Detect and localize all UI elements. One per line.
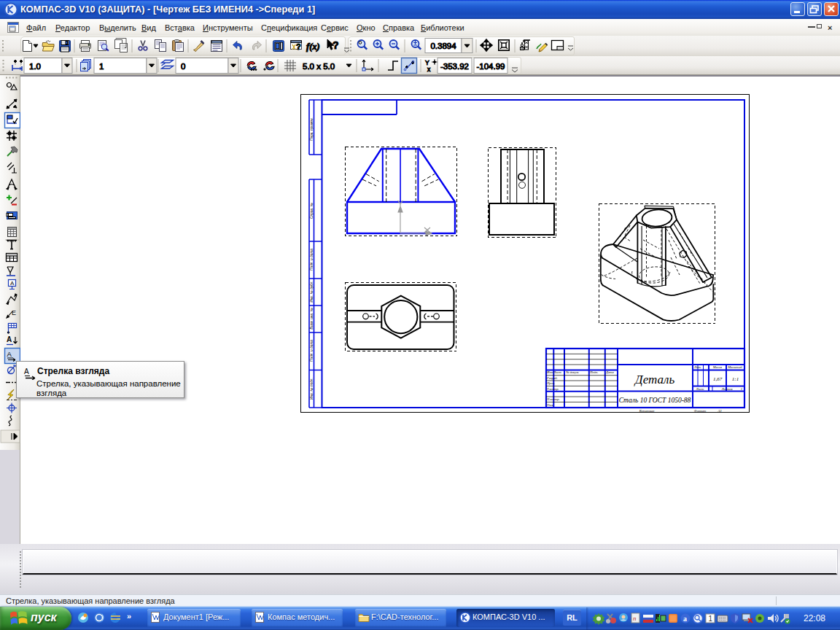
svg-text:n: n <box>633 615 637 622</box>
svg-text:Перв. примен.: Перв. примен. <box>310 117 314 141</box>
svg-text:Листов: Листов <box>720 387 732 391</box>
svg-text:A3: A3 <box>717 409 722 413</box>
svg-text:?: ? <box>332 39 339 51</box>
svg-text:Н.контр.: Н.контр. <box>546 397 560 401</box>
svg-text:Деталь: Деталь <box>634 373 675 386</box>
svg-text:Изм Лист: Изм Лист <box>546 370 562 374</box>
svg-text:?: ? <box>296 42 301 51</box>
svg-text:Копировал: Копировал <box>639 409 655 413</box>
svg-text:Пров.: Пров. <box>546 381 555 385</box>
svg-text:1.0: 1.0 <box>29 62 41 71</box>
svg-text:Инв. № дубл.: Инв. № дубл. <box>310 281 314 303</box>
svg-text:x: x <box>427 66 431 73</box>
svg-text:1: 1 <box>709 615 713 623</box>
svg-text:a: a <box>683 615 687 623</box>
svg-text:1: 1 <box>99 62 104 71</box>
svg-text:f(x): f(x) <box>306 42 320 52</box>
svg-text:Лит.: Лит. <box>693 365 701 369</box>
svg-text:Лист: Лист <box>696 387 704 391</box>
svg-text:Подп.: Подп. <box>589 370 598 374</box>
svg-text:Дата: Дата <box>605 370 615 374</box>
svg-text:№ докум.: № докум. <box>565 370 579 374</box>
svg-text:-353.92: -353.92 <box>440 62 469 71</box>
svg-text:Сталь 10 ГОСТ 1050-88: Сталь 10 ГОСТ 1050-88 <box>619 397 691 404</box>
svg-text:Масштаб: Масштаб <box>727 365 742 369</box>
svg-text:-104.99: -104.99 <box>476 62 505 71</box>
svg-text:0.3894: 0.3894 <box>430 42 456 50</box>
svg-text:Утв.: Утв. <box>547 403 554 407</box>
svg-text:Подп. и дата: Подп. и дата <box>310 249 314 271</box>
svg-text:E: E <box>12 309 16 316</box>
svg-text:»: » <box>127 612 131 621</box>
svg-text:А: А <box>24 368 29 376</box>
svg-text:Т.контр.: Т.контр. <box>547 387 559 391</box>
svg-text:5.0 x 5.0: 5.0 x 5.0 <box>303 62 335 71</box>
svg-text:1,67: 1,67 <box>713 376 723 382</box>
svg-text:А: А <box>7 335 12 343</box>
svg-text:Формат: Формат <box>694 409 707 413</box>
svg-text:1: 1 <box>741 387 742 391</box>
svg-text:Справ. №: Справ. № <box>310 203 314 219</box>
svg-text:Разраб.: Разраб. <box>546 376 558 380</box>
svg-text:А: А <box>7 350 12 358</box>
svg-text:1:1: 1:1 <box>732 376 739 382</box>
svg-text:Масса: Масса <box>712 365 723 369</box>
svg-text:0: 0 <box>181 62 185 71</box>
svg-text:Инв. № подл.: Инв. № подл. <box>310 378 314 400</box>
svg-text:Взам. инв. №: Взам. инв. № <box>310 308 314 330</box>
svg-text:A: A <box>10 280 15 287</box>
svg-text:Подп. и дата: Подп. и дата <box>310 340 314 362</box>
